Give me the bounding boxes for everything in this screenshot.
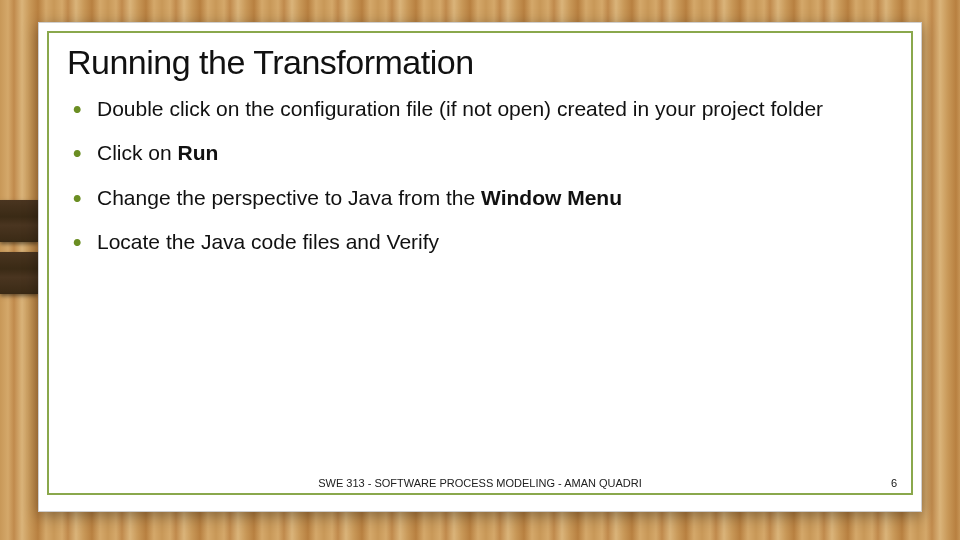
bullet-text-pre: Double click on the configuration file (… <box>97 97 823 120</box>
slide-title: Running the Transformation <box>67 43 893 82</box>
list-item: Locate the Java code files and Verify <box>67 229 893 255</box>
slide-content: Running the Transformation Double click … <box>49 33 911 255</box>
bullet-text-bold: Run <box>178 141 219 164</box>
list-item: Change the perspective to Java from the … <box>67 185 893 211</box>
wood-bracket-top <box>0 200 38 242</box>
bullet-text-pre: Locate the Java code files and Verify <box>97 230 439 253</box>
bullet-list: Double click on the configuration file (… <box>67 96 893 255</box>
slide-footer: SWE 313 - SOFTWARE PROCESS MODELING - AM… <box>49 477 911 489</box>
list-item: Click on Run <box>67 140 893 166</box>
list-item: Double click on the configuration file (… <box>67 96 893 122</box>
bullet-text-pre: Click on <box>97 141 178 164</box>
page-number: 6 <box>891 477 897 489</box>
slide-inner-border: Running the Transformation Double click … <box>47 31 913 495</box>
bullet-text-pre: Change the perspective to Java from the <box>97 186 481 209</box>
wood-bracket-bottom <box>0 252 38 294</box>
slide-card: Running the Transformation Double click … <box>38 22 922 512</box>
bullet-text-bold: Window Menu <box>481 186 622 209</box>
